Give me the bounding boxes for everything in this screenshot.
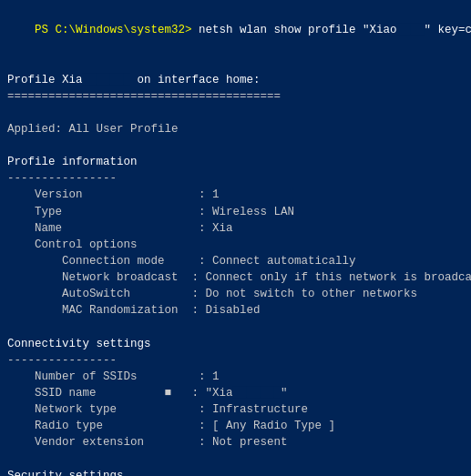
control-options-line: Control options: [7, 237, 464, 253]
prompt-text: PS C:\Windows\system32>: [35, 24, 199, 36]
profile-header-line: Profile Xia███████ on interface home:: [7, 72, 464, 88]
prompt-line: PS C:\Windows\system32> netsh wlan show …: [7, 5, 464, 55]
vendor-extension-line: Vendor extension : Not present: [7, 434, 464, 451]
ssid-name-line: SSID name ■ : "Xia███████": [7, 385, 464, 401]
dash-line-2: ----------------: [7, 352, 464, 369]
blank-line-5: [7, 451, 464, 467]
terminal-window: PS C:\Windows\system32> netsh wlan show …: [0, 0, 471, 476]
command-text: netsh wlan show profile "Xiao████" key=c…: [199, 24, 471, 36]
applied-line: Applied: All User Profile: [7, 121, 464, 137]
mac-randomization-line: MAC Randomization : Disabled: [7, 302, 464, 319]
blank-line-4: [7, 319, 464, 335]
autoswitch-line: AutoSwitch : Do not switch to other netw…: [7, 286, 464, 302]
blank-line-1: [7, 55, 464, 71]
name-line: Name : Xia: [7, 220, 464, 237]
network-type-line: Network type : Infrastructure: [7, 401, 464, 418]
separator-line: ========================================: [7, 88, 464, 105]
network-broadcast-line: Network broadcast : Connect only if this…: [7, 269, 464, 286]
version-line: Version : 1: [7, 187, 464, 203]
num-ssids-line: Number of SSIDs : 1: [7, 369, 464, 385]
dash-line-1: ----------------: [7, 170, 464, 187]
connectivity-heading: Connectivity settings: [7, 336, 464, 352]
connection-mode-line: Connection mode : Connect automatically: [7, 253, 464, 269]
type-line: Type : Wireless LAN: [7, 204, 464, 220]
security-heading: Security settings: [7, 468, 464, 477]
blank-line-3: [7, 137, 464, 154]
profile-info-heading: Profile information: [7, 154, 464, 170]
radio-type-line: Radio type : [ Any Radio Type ]: [7, 418, 464, 434]
blank-line-2: [7, 105, 464, 121]
